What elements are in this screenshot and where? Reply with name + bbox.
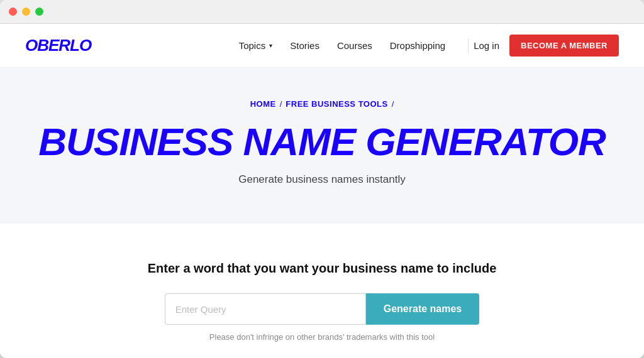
form-label: Enter a word that you want your business… [13, 261, 631, 276]
hero-section: HOME / FREE BUSINESS TOOLS / BUSINESS NA… [0, 68, 644, 224]
generate-button[interactable]: Generate names [366, 293, 480, 325]
breadcrumb-section[interactable]: FREE BUSINESS TOOLS [286, 99, 387, 109]
form-row: Generate names [13, 293, 631, 325]
breadcrumb-separator-1: / [280, 99, 282, 109]
navbar: OBERLO Topics ▾ Stories Courses Dropship… [0, 24, 644, 68]
browser-buttons [9, 8, 43, 16]
chevron-down-icon: ▾ [269, 42, 272, 49]
form-section: Enter a word that you want your business… [0, 224, 644, 358]
close-button[interactable] [9, 8, 17, 16]
nav-courses[interactable]: Courses [337, 40, 372, 51]
nav-divider [468, 38, 469, 53]
breadcrumb: HOME / FREE BUSINESS TOOLS / [13, 99, 631, 109]
page-subtitle: Generate business names instantly [13, 173, 631, 186]
nav-dropshipping[interactable]: Dropshipping [390, 40, 445, 51]
search-input[interactable] [165, 293, 366, 325]
page-title: BUSINESS NAME GENERATOR [13, 121, 631, 162]
minimize-button[interactable] [22, 8, 30, 16]
breadcrumb-home[interactable]: HOME [250, 99, 276, 109]
browser-titlebar [0, 0, 644, 24]
nav-stories[interactable]: Stories [290, 40, 319, 51]
form-disclaimer: Please don't infringe on other brands' t… [13, 332, 631, 342]
maximize-button[interactable] [35, 8, 43, 16]
breadcrumb-separator-2: / [392, 99, 394, 109]
login-link[interactable]: Log in [474, 40, 499, 51]
browser-window: OBERLO Topics ▾ Stories Courses Dropship… [0, 0, 644, 358]
page-content: OBERLO Topics ▾ Stories Courses Dropship… [0, 24, 644, 358]
become-member-button[interactable]: BECOME A MEMBER [509, 35, 619, 57]
nav-topics[interactable]: Topics ▾ [239, 40, 273, 51]
site-logo[interactable]: OBERLO [25, 36, 91, 55]
nav-links: Topics ▾ Stories Courses Dropshipping [239, 40, 445, 51]
